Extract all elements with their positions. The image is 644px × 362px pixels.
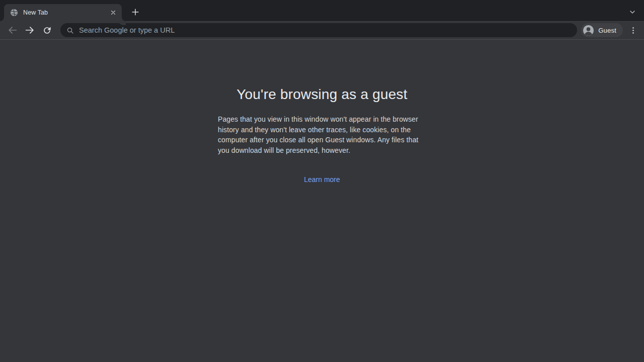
globe-favicon-icon xyxy=(10,9,18,17)
learn-more-link[interactable]: Learn more xyxy=(304,175,340,184)
plus-icon xyxy=(130,7,140,17)
tab-strip: New Tab xyxy=(0,0,644,21)
chevron-down-icon xyxy=(628,8,636,16)
reload-icon xyxy=(42,26,52,35)
close-icon xyxy=(110,9,117,16)
omnibox[interactable] xyxy=(60,23,577,37)
tab-new-tab[interactable]: New Tab xyxy=(4,4,122,22)
reload-button[interactable] xyxy=(39,23,54,38)
browser-window: New Tab xyxy=(0,0,644,362)
arrow-right-icon xyxy=(24,25,35,36)
profile-label: Guest xyxy=(598,27,616,34)
avatar-icon xyxy=(583,25,594,36)
profile-button[interactable]: Guest xyxy=(581,23,623,37)
tab-close-button[interactable] xyxy=(109,8,118,17)
guest-new-tab-page: You're browsing as a guest Pages that yo… xyxy=(0,40,644,362)
search-icon xyxy=(66,27,74,34)
forward-button[interactable] xyxy=(22,23,37,38)
page-title: You're browsing as a guest xyxy=(236,86,408,103)
toolbar: Guest xyxy=(0,21,644,40)
back-button[interactable] xyxy=(5,23,20,38)
arrow-left-icon xyxy=(7,25,18,36)
guest-description: Pages that you view in this window won't… xyxy=(218,114,426,155)
browser-menu-button[interactable] xyxy=(626,23,640,37)
new-tab-button[interactable] xyxy=(129,6,142,19)
kebab-menu-icon xyxy=(629,26,637,35)
omnibox-input[interactable] xyxy=(79,26,575,34)
tab-search-button[interactable] xyxy=(626,6,639,19)
tab-title: New Tab xyxy=(23,9,109,16)
